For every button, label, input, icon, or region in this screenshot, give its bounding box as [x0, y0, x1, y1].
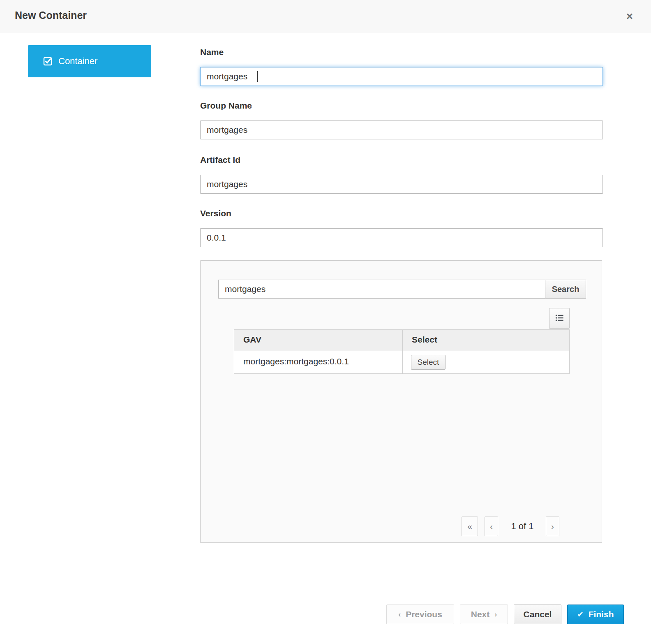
- chevron-left-icon: ‹: [490, 521, 493, 531]
- pagination-previous-button[interactable]: ‹: [485, 517, 498, 536]
- artifact-id-input[interactable]: [200, 175, 603, 194]
- wizard-step-label: Container: [58, 56, 97, 67]
- version-input[interactable]: [200, 228, 603, 247]
- gav-table: GAV Select mortgages:mortgages:0.0.1 Sel…: [234, 329, 570, 374]
- chevron-right-icon: ›: [551, 521, 554, 531]
- wizard-step-container[interactable]: Container: [28, 45, 151, 77]
- search-group: Search: [218, 280, 586, 299]
- name-label: Name: [200, 47, 406, 57]
- dialog-title: New Container: [15, 9, 87, 21]
- search-button[interactable]: Search: [545, 280, 586, 299]
- artifact-id-field-wrap: [200, 175, 603, 194]
- cancel-button-label: Cancel: [524, 609, 552, 619]
- pagination-next-button[interactable]: ›: [546, 517, 559, 536]
- version-field-wrap: [200, 228, 603, 247]
- artifact-id-label: Artifact Id: [200, 155, 406, 165]
- finish-button[interactable]: ✔ Finish: [567, 605, 624, 624]
- select-cell: Select: [403, 351, 569, 373]
- pagination-status: 1 of 1: [502, 521, 543, 532]
- check-square-icon: [43, 56, 53, 66]
- version-label: Version: [200, 208, 406, 218]
- previous-button[interactable]: ‹ Previous: [386, 605, 454, 624]
- close-icon[interactable]: ×: [621, 8, 638, 25]
- new-container-dialog: New Container × Container Name Group Nam…: [0, 0, 651, 644]
- column-header-select: Select: [403, 330, 569, 351]
- name-input[interactable]: [200, 67, 603, 86]
- check-icon: ✔: [577, 610, 584, 619]
- next-button-label: Next: [471, 609, 490, 619]
- double-chevron-left-icon: «: [467, 521, 472, 531]
- group-name-label: Group Name: [200, 101, 406, 111]
- artifact-search-panel: Search GAV Select mortgages:mortgag: [200, 260, 602, 543]
- pagination-first-button[interactable]: «: [462, 517, 478, 536]
- table-row: mortgages:mortgages:0.0.1 Select: [234, 351, 569, 373]
- list-icon: [555, 314, 563, 323]
- chevron-left-icon: ‹: [398, 610, 401, 619]
- list-view-button[interactable]: [549, 308, 570, 329]
- search-input[interactable]: [218, 280, 545, 299]
- text-caret: [257, 71, 258, 82]
- finish-button-label: Finish: [589, 609, 614, 619]
- group-name-input[interactable]: [200, 120, 603, 139]
- group-name-field-wrap: [200, 120, 603, 139]
- dialog-header: New Container ×: [0, 0, 651, 33]
- column-header-gav: GAV: [234, 330, 403, 351]
- chevron-right-icon: ›: [494, 610, 497, 619]
- next-button[interactable]: Next ›: [460, 605, 508, 624]
- gav-cell: mortgages:mortgages:0.0.1: [234, 351, 403, 373]
- cancel-button[interactable]: Cancel: [514, 605, 561, 624]
- name-field-wrap: [200, 67, 603, 86]
- select-button[interactable]: Select: [411, 355, 446, 370]
- gav-table-header: GAV Select: [234, 330, 569, 351]
- previous-button-label: Previous: [406, 609, 442, 619]
